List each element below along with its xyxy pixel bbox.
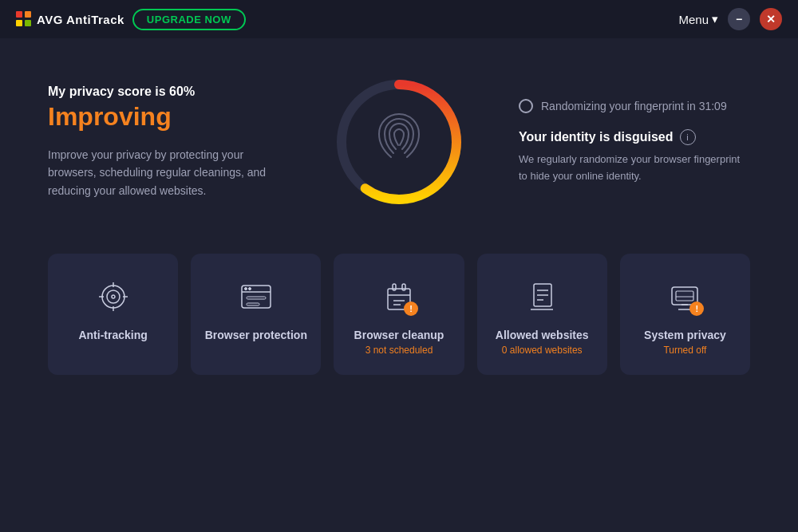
- avg-logo-squares: [16, 11, 32, 27]
- anti-tracking-icon: [93, 276, 134, 317]
- logo-sq-green: [25, 20, 31, 26]
- timer-circle-icon: [519, 99, 533, 113]
- logo-sq-yellow: [16, 20, 22, 26]
- svg-point-12: [248, 288, 251, 290]
- close-button[interactable]: ✕: [760, 8, 782, 30]
- allowed-websites-sublabel: 0 allowed websites: [502, 345, 583, 356]
- allowed-websites-icon: [521, 276, 563, 317]
- svg-rect-18: [402, 284, 405, 290]
- minimize-button[interactable]: −: [728, 8, 750, 30]
- header-right: Menu ▾ − ✕: [678, 8, 782, 30]
- svg-rect-17: [393, 284, 396, 290]
- logo-sq-red: [16, 11, 22, 18]
- system-privacy-icon: !: [664, 276, 705, 317]
- timer-text: Randomizing your fingerprint in 31:09: [541, 100, 727, 112]
- svg-point-3: [107, 290, 120, 303]
- identity-box: Your identity is disguised i We regularl…: [519, 129, 750, 185]
- allowed-websites-card[interactable]: Allowed websites 0 allowed websites: [477, 254, 607, 375]
- chevron-down-icon: ▾: [712, 12, 718, 26]
- identity-description: We regularly randomize your browser fing…: [519, 152, 750, 185]
- header-left: AVG AntiTrack UPGRADE NOW: [16, 9, 246, 30]
- feature-cards-row: Anti-tracking Browser protection: [48, 254, 750, 375]
- info-panel: Randomizing your fingerprint in 31:09 Yo…: [519, 99, 750, 185]
- anti-tracking-label: Anti-tracking: [78, 329, 147, 341]
- score-description: Improve your privacy by protecting your …: [48, 146, 271, 199]
- fingerprint-timer: Randomizing your fingerprint in 31:09: [519, 99, 750, 113]
- system-privacy-label: System privacy: [644, 329, 726, 341]
- svg-point-11: [244, 288, 247, 290]
- svg-rect-29: [676, 291, 693, 301]
- main-content: My privacy score is 60% Improving Improv…: [0, 38, 798, 399]
- svg-point-4: [112, 295, 115, 298]
- score-status: Improving: [48, 102, 279, 132]
- svg-rect-13: [247, 297, 266, 299]
- fingerprint-icon: [363, 100, 435, 184]
- svg-point-2: [102, 286, 124, 308]
- score-text-block: My privacy score is 60% Improving Improv…: [48, 85, 279, 199]
- browser-cleanup-sublabel: 3 not scheduled: [365, 345, 433, 356]
- browser-protection-icon: [235, 276, 277, 317]
- logo-text: AVG AntiTrack: [37, 13, 124, 26]
- browser-cleanup-label: Browser cleanup: [354, 329, 444, 341]
- header: AVG AntiTrack UPGRADE NOW Menu ▾ − ✕: [0, 0, 798, 38]
- svg-rect-14: [247, 303, 259, 305]
- allowed-websites-label: Allowed websites: [496, 329, 589, 341]
- score-label: My privacy score is 60%: [48, 85, 279, 99]
- system-privacy-card[interactable]: ! System privacy Turned off: [620, 254, 750, 375]
- browser-cleanup-icon: !: [378, 276, 420, 317]
- browser-protection-label: Browser protection: [205, 329, 307, 341]
- browser-cleanup-card[interactable]: ! Browser cleanup 3 not scheduled: [334, 254, 464, 375]
- identity-title: Your identity is disguised: [519, 130, 674, 144]
- identity-title-row: Your identity is disguised i: [519, 129, 750, 145]
- browser-protection-card[interactable]: Browser protection: [191, 254, 321, 375]
- browser-cleanup-warning-badge: !: [404, 301, 418, 316]
- menu-button[interactable]: Menu ▾: [678, 12, 718, 26]
- privacy-gauge: [327, 70, 471, 214]
- info-icon-button[interactable]: i: [680, 129, 696, 145]
- score-section: My privacy score is 60% Improving Improv…: [48, 70, 750, 214]
- system-privacy-sublabel: Turned off: [663, 345, 706, 356]
- avg-logo: AVG AntiTrack: [16, 11, 124, 27]
- upgrade-now-button[interactable]: UPGRADE NOW: [132, 9, 246, 30]
- logo-sq-orange: [25, 11, 31, 18]
- anti-tracking-card[interactable]: Anti-tracking: [48, 254, 178, 375]
